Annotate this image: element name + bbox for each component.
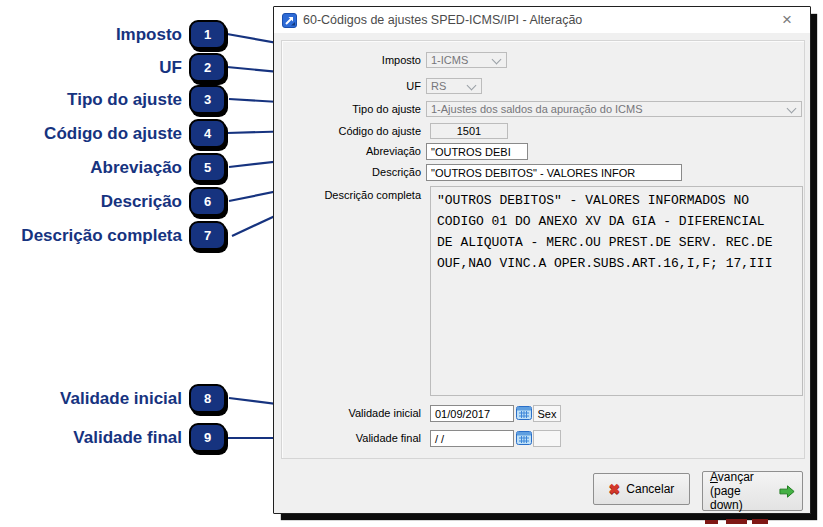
callout-number-badge: 9 [189, 423, 226, 452]
tipo-do-ajuste-value: 1-Ajustes dos saldos da apuração do ICMS [431, 103, 643, 115]
callout-number-badge: 4 [189, 119, 226, 148]
close-icon[interactable]: × [782, 11, 802, 30]
callout-codigo-do-ajuste: Código do ajuste 4 [44, 119, 226, 148]
validade-final-field[interactable]: / / [430, 430, 514, 447]
validade-final-weekday-box [533, 430, 561, 447]
callout-number-badge: 5 [189, 153, 226, 182]
cutoff-red-text-fragment [705, 520, 718, 524]
advance-button-label: Avançar(page down) [710, 470, 773, 512]
callout-label: Descrição [101, 192, 182, 212]
title-bar[interactable]: 60-Códigos de ajustes SPED-ICMS/IPI - Al… [274, 7, 810, 33]
tipo-do-ajuste-select[interactable]: 1-Ajustes dos saldos da apuração do ICMS [426, 101, 802, 117]
descricao-completa-label: Descrição completa [324, 187, 421, 203]
callout-number-badge: 6 [189, 187, 226, 216]
uf-value: RS [431, 80, 446, 92]
callout-number-badge: 2 [189, 53, 226, 82]
callout-label: Descrição completa [21, 226, 182, 246]
dialog-window: 60-Códigos de ajustes SPED-ICMS/IPI - Al… [273, 6, 811, 514]
abreviacao-label: Abreviação [366, 143, 421, 159]
calendar-icon [516, 430, 532, 445]
advance-page-down-button[interactable]: Avançar(page down) [702, 471, 803, 511]
descricao-field[interactable]: "OUTROS DEBITOS" - VALORES INFOR [426, 164, 682, 181]
callout-number-badge: 8 [189, 384, 226, 413]
callout-abreviacao: Abreviação 5 [90, 153, 226, 182]
callout-label: UF [159, 58, 182, 78]
callout-label: Validade final [73, 428, 182, 448]
tipo-do-ajuste-label: Tipo do ajuste [352, 101, 421, 117]
cutoff-red-text-fragment [752, 519, 768, 524]
callout-validade-inicial: Validade inicial 8 [60, 384, 226, 413]
uf-label: UF [406, 78, 421, 94]
validade-inicial-weekday-box: Sex [533, 405, 561, 422]
callout-tipo-do-ajuste: Tipo do ajuste 3 [67, 85, 226, 114]
descricao-completa-textarea[interactable]: "OUTROS DEBITOS" - VALORES INFORMADOS NO… [430, 186, 803, 396]
validade-final-calendar-button[interactable] [515, 430, 532, 447]
abreviacao-field[interactable]: "OUTROS DEBI [426, 143, 528, 160]
chevron-down-icon [492, 55, 502, 65]
descricao-label: Descrição [372, 164, 421, 180]
cutoff-red-text-fragment [726, 519, 747, 524]
codigo-do-ajuste-label: Código do ajuste [338, 123, 421, 139]
callout-descricao-completa: Descrição completa 7 [21, 221, 226, 250]
codigo-do-ajuste-field[interactable]: 1501 [430, 123, 508, 139]
chevron-down-icon [787, 104, 797, 114]
callout-validade-final: Validade final 9 [73, 423, 226, 452]
cancel-x-icon: ✖ [609, 481, 621, 497]
callout-number-badge: 3 [189, 85, 226, 114]
callout-label: Imposto [116, 25, 182, 45]
calendar-icon [516, 405, 532, 420]
uf-select[interactable]: RS [426, 78, 482, 94]
imposto-select[interactable]: 1-ICMS [426, 52, 507, 68]
validade-inicial-label: Validade inicial [348, 405, 421, 421]
imposto-label: Imposto [382, 52, 421, 68]
callout-number-badge: 1 [189, 20, 226, 49]
callout-imposto: Imposto 1 [116, 20, 226, 49]
chevron-down-icon [467, 81, 477, 91]
window-title: 60-Códigos de ajustes SPED-ICMS/IPI - Al… [303, 13, 582, 27]
window-icon [282, 13, 297, 28]
callout-label: Tipo do ajuste [67, 90, 182, 110]
validade-inicial-calendar-button[interactable] [515, 405, 532, 422]
validade-inicial-field[interactable]: 01/09/2017 [430, 405, 514, 422]
callout-descricao: Descrição 6 [101, 187, 226, 216]
cancel-button-label: Cancelar [626, 482, 674, 496]
validade-final-label: Validade final [356, 430, 421, 446]
callout-uf: UF 2 [159, 53, 226, 82]
green-arrow-right-icon [779, 484, 795, 499]
imposto-value: 1-ICMS [431, 54, 468, 66]
callout-label: Abreviação [90, 158, 182, 178]
callout-label: Validade inicial [60, 389, 182, 409]
cancel-button[interactable]: ✖ Cancelar [593, 473, 690, 505]
page: Imposto 1 UF 2 Tipo do ajuste 3 Código d… [0, 0, 823, 527]
callout-number-badge: 7 [189, 221, 226, 250]
callout-label: Código do ajuste [44, 124, 182, 144]
